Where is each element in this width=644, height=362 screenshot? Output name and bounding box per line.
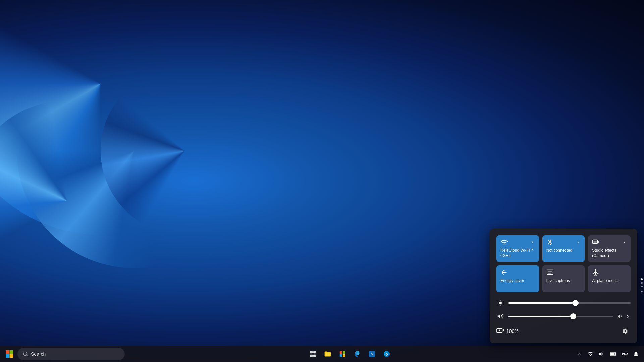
svg-rect-27 [313,355,316,357]
file-explorer-button[interactable] [321,347,334,361]
svg-rect-29 [340,351,342,354]
svg-rect-31 [340,354,342,357]
volume-tray-icon[interactable] [596,349,607,359]
wifi-icon [500,239,508,246]
airplane-mode-tile[interactable]: Airplane mode [588,265,631,292]
live-captions-label: Live captions [546,278,581,284]
svg-line-10 [502,305,502,305]
search-bar[interactable]: Search [17,348,125,360]
svg-line-9 [498,301,499,301]
quick-settings-sliders [496,299,631,320]
volume-track[interactable] [508,316,613,317]
panel-scroll-indicator: ▾ [641,278,643,294]
svg-marker-37 [599,352,602,356]
show-hidden-icons-button[interactable] [575,347,584,361]
scroll-dot-2 [641,282,643,284]
live-captions-icon [546,269,554,276]
live-captions-tile[interactable]: Live captions [542,265,585,292]
taskbar-left: Search [0,347,127,361]
edge-button[interactable] [351,347,364,361]
brightness-track[interactable] [508,302,631,304]
volume-output-selector[interactable] [617,313,631,319]
taskbar: Search [0,346,644,362]
svg-rect-30 [343,351,345,354]
volume-icon [496,312,504,320]
svg-point-6 [499,302,502,304]
studio-effects-expand-arrow[interactable] [622,240,627,245]
studio-effects-label: Studio effects (Camera) [592,248,627,258]
svg-line-14 [502,301,502,301]
svg-rect-25 [313,351,316,353]
svg-rect-32 [343,354,345,357]
scroll-dot-1 [641,278,643,280]
scroll-dot-3 [641,286,643,287]
svg-rect-39 [610,353,615,355]
svg-rect-21 [6,354,9,358]
taskbar-system-tray: ENG [572,347,644,361]
svg-text:S: S [371,352,373,356]
bluetooth-tile[interactable]: Not connected [542,235,585,262]
airplane-mode-label: Airplane mode [592,278,627,284]
brightness-fill [508,302,576,304]
volume-fill [508,316,573,317]
volume-thumb[interactable] [570,313,576,319]
bluetooth-icon [546,239,554,246]
bluetooth-expand-arrow[interactable] [576,240,581,245]
battery-charging-icon [496,327,504,336]
language-tray-icon[interactable]: ENG [619,349,630,359]
taskbar-center-icons: S b [127,347,572,361]
brightness-thumb[interactable] [573,300,579,306]
bluetooth-label: Not connected [546,248,581,253]
brightness-slider-row [496,299,631,307]
volume-slider-row [496,312,631,320]
bing-app-button[interactable]: b [380,347,393,361]
task-view-button[interactable] [306,347,320,361]
svg-rect-19 [6,350,9,354]
svg-rect-22 [10,354,13,358]
search-icon [23,351,28,357]
airplane-mode-icon [592,269,599,276]
svg-text:ENG: ENG [622,353,628,356]
quick-settings-gear-button[interactable] [620,326,631,337]
energy-saver-icon [500,269,508,276]
scroll-chevron-down: ▾ [641,290,643,294]
energy-saver-label: Energy saver [500,278,535,284]
search-text: Search [31,351,46,357]
svg-point-2 [503,270,505,271]
wifi-tray-icon[interactable] [585,349,596,359]
brightness-icon [496,299,504,307]
quick-settings-tiles: ReleCloud Wi-Fi 7 6GHz Not connected [496,235,631,292]
studio-effects-icon [592,239,599,246]
wifi-label: ReleCloud Wi-Fi 7 6GHz [500,248,535,258]
studio-effects-tile[interactable]: Studio effects (Camera) [588,235,631,262]
svg-marker-15 [498,314,500,318]
svg-point-23 [23,352,27,356]
battery-row: 100% [496,326,631,337]
svg-rect-28 [325,353,330,356]
battery-percentage: 100% [506,328,519,334]
start-button[interactable] [3,347,16,361]
svg-rect-1 [594,241,597,243]
quick-settings-panel: ReleCloud Wi-Fi 7 6GHz Not connected [490,229,637,343]
svg-marker-16 [618,315,620,318]
store-app-button[interactable]: S [365,347,379,361]
svg-rect-20 [10,350,13,354]
battery-info: 100% [496,327,519,336]
svg-rect-24 [310,351,313,353]
svg-rect-26 [310,355,313,357]
microsoft-store-button[interactable] [336,347,349,361]
svg-line-13 [498,305,499,305]
energy-saver-tile[interactable]: Energy saver [496,265,539,292]
battery-tray-icon[interactable] [608,349,619,359]
wifi-tile[interactable]: ReleCloud Wi-Fi 7 6GHz [496,235,539,262]
notification-center-button[interactable] [631,349,641,359]
svg-rect-3 [547,270,553,275]
wifi-expand-arrow[interactable] [530,240,535,245]
svg-text:b: b [385,352,388,357]
